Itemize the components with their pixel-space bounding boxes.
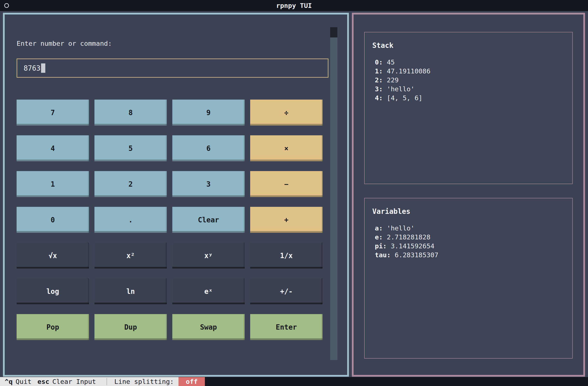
button-ln[interactable]: ln xyxy=(94,278,167,304)
line-splitting-toggle[interactable]: off xyxy=(178,377,205,386)
stack-item: 1: 47.19110086 xyxy=(375,67,572,76)
quit-key: ^q xyxy=(5,378,13,385)
variables-box: Variables a: 'hello' e: 2.718281828 pi: … xyxy=(364,198,573,359)
variables-items: a: 'hello' e: 2.718281828 pi: 3.14159265… xyxy=(365,215,572,259)
clear-input-hint[interactable]: esc Clear Input xyxy=(36,378,101,385)
variable-item: e: 2.718281828 xyxy=(375,233,572,241)
esc-key: esc xyxy=(38,378,49,385)
button-enter[interactable]: Enter xyxy=(250,314,322,340)
button-dup[interactable]: Dup xyxy=(94,314,167,340)
stack-item: 2: 229 xyxy=(375,76,572,85)
title-bar: rpnpy TUI xyxy=(0,0,588,11)
button-4[interactable]: 4 xyxy=(17,135,89,161)
stack-item: 0: 45 xyxy=(375,58,572,67)
button-3[interactable]: 3 xyxy=(172,171,245,197)
button-negate[interactable]: +/- xyxy=(250,278,322,304)
line-splitting-label: Line splitting: xyxy=(113,378,178,385)
button-sqrt[interactable]: √x xyxy=(17,243,89,269)
button-5[interactable]: 5 xyxy=(94,135,167,161)
button-reciprocal[interactable]: 1/x xyxy=(250,243,322,269)
footer-light-section: ^q Quit esc Clear Input Line splitting: xyxy=(0,377,178,386)
button-log[interactable]: log xyxy=(17,278,89,304)
button-8[interactable]: 8 xyxy=(94,100,167,126)
button-multiply[interactable]: × xyxy=(250,135,322,161)
footer-bar: ^q Quit esc Clear Input Line splitting: … xyxy=(0,377,588,386)
variable-item: tau: 6.283185307 xyxy=(375,250,572,259)
stack-title: Stack xyxy=(365,32,572,50)
button-6[interactable]: 6 xyxy=(172,135,245,161)
stack-items: 0: 45 1: 47.19110086 2: 229 3: 'hello' 4… xyxy=(365,50,572,102)
button-1[interactable]: 1 xyxy=(17,171,89,197)
variable-item: a: 'hello' xyxy=(375,224,572,233)
button-7[interactable]: 7 xyxy=(17,100,89,126)
button-9[interactable]: 9 xyxy=(172,100,245,126)
vertical-scrollbar[interactable] xyxy=(330,27,337,360)
button-power[interactable]: xʸ xyxy=(172,243,245,269)
input-prompt: Enter number or command: xyxy=(17,40,112,47)
command-input-value: 8763 xyxy=(24,64,41,72)
variables-title: Variables xyxy=(365,198,572,215)
button-minus[interactable]: − xyxy=(250,171,322,197)
button-0[interactable]: 0 xyxy=(17,207,89,233)
text-cursor xyxy=(41,64,45,73)
button-decimal[interactable]: . xyxy=(94,207,167,233)
stack-box: Stack 0: 45 1: 47.19110086 2: 229 3: 'he… xyxy=(364,32,573,184)
esc-action: Clear Input xyxy=(52,378,96,385)
button-clear[interactable]: Clear xyxy=(172,207,245,233)
quit-hint[interactable]: ^q Quit xyxy=(3,378,36,385)
quit-action: Quit xyxy=(16,378,31,385)
button-plus[interactable]: + xyxy=(250,207,322,233)
app-title: rpnpy TUI xyxy=(0,2,588,9)
footer-divider xyxy=(106,378,107,385)
info-panel: Stack 0: 45 1: 47.19110086 2: 229 3: 'he… xyxy=(352,13,585,377)
button-exp[interactable]: eˣ xyxy=(172,278,245,304)
stack-item: 4: [4, 5, 6] xyxy=(375,93,572,102)
button-grid: 7 8 9 ÷ 4 5 6 × 1 2 3 − 0 . Clear + √x x… xyxy=(17,100,322,340)
button-swap[interactable]: Swap xyxy=(172,314,245,340)
command-input[interactable]: 8763 xyxy=(17,59,328,78)
button-square[interactable]: x² xyxy=(94,243,167,269)
calculator-panel: Enter number or command: 8763 7 8 9 ÷ 4 … xyxy=(3,13,349,377)
button-pop[interactable]: Pop xyxy=(17,314,89,340)
button-divide[interactable]: ÷ xyxy=(250,100,322,126)
stack-item: 3: 'hello' xyxy=(375,85,572,93)
variable-item: pi: 3.141592654 xyxy=(375,241,572,250)
scrollbar-thumb[interactable] xyxy=(330,27,337,38)
button-2[interactable]: 2 xyxy=(94,171,167,197)
